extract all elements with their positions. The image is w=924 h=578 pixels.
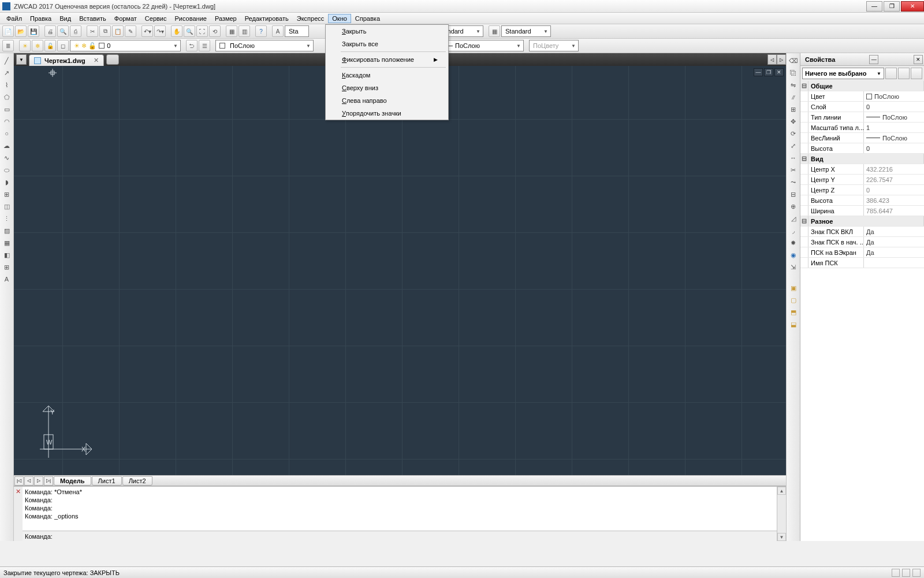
arc-icon[interactable]: ◠ <box>2 116 12 127</box>
menu-item[interactable]: Слева направо <box>326 94 448 107</box>
tab-history-button[interactable]: ▼ <box>16 54 27 65</box>
menu-item[interactable]: Сверху вниз <box>326 81 448 94</box>
ellipse-arc-icon[interactable]: ◗ <box>2 177 12 187</box>
layer-state-icon[interactable]: ☰ <box>199 40 210 51</box>
scroll-down-icon[interactable]: ▼ <box>777 533 786 541</box>
prop-row[interactable]: Тип линииПоСлою <box>800 112 924 123</box>
status-fullscreen-icon[interactable] <box>912 569 921 577</box>
menu-экспресс[interactable]: Экспресс <box>293 14 329 23</box>
prop-row[interactable]: Слой0 <box>800 102 924 112</box>
draworder-under-icon[interactable]: ⬓ <box>788 319 799 329</box>
explode-icon[interactable]: ✸ <box>788 238 799 248</box>
prop-row[interactable]: ВесЛинийПоСлою <box>800 133 924 143</box>
undo-icon[interactable]: ↶▾ <box>141 25 153 37</box>
new-tab-button[interactable] <box>106 54 119 65</box>
close-button[interactable]: ✕ <box>901 1 924 12</box>
layout-nav-next[interactable]: ▷ <box>34 476 43 486</box>
offset-icon[interactable]: ⫽ <box>788 92 799 102</box>
tab-scroll-left[interactable]: ◁ <box>767 54 777 65</box>
menu-правка[interactable]: Правка <box>26 14 55 23</box>
table-icon[interactable]: ⊞ <box>2 262 12 272</box>
toggle-pickadd-icon[interactable] <box>885 68 897 79</box>
prop-row[interactable]: Ширина785.6447 <box>800 206 924 216</box>
color-combo[interactable]: ПоСлою▼ <box>215 40 314 51</box>
extend-icon[interactable]: ⤳ <box>788 177 799 187</box>
prop-row[interactable]: Высота386.423 <box>800 195 924 206</box>
insert-icon[interactable]: ⊞ <box>2 189 12 199</box>
layout-nav-last[interactable]: ▷| <box>44 476 53 486</box>
break-icon[interactable]: ⊟ <box>788 189 799 199</box>
prop-row[interactable]: ПСК на ВЭкранДа <box>800 247 924 258</box>
purge-icon[interactable]: ◉ <box>788 250 799 260</box>
layout-tab-1[interactable]: Лист1 <box>92 476 122 486</box>
move-icon[interactable]: ✥ <box>788 116 799 127</box>
drawing-canvas[interactable]: — ❐ ✕ Y X W <box>14 66 786 475</box>
layer-manager-icon[interactable]: ≣ <box>2 40 14 51</box>
menu-item[interactable]: Закрыть <box>326 25 448 38</box>
stretch-icon[interactable]: ↔ <box>788 153 799 163</box>
prop-collapse-icon[interactable]: ⊟ <box>800 216 808 226</box>
prop-collapse-icon[interactable]: ⊟ <box>800 154 808 164</box>
array-icon[interactable]: ⊞ <box>788 104 799 114</box>
prop-row[interactable]: Знак ПСК ВКЛДа <box>800 227 924 237</box>
help-icon[interactable]: ? <box>255 25 267 37</box>
paste-icon[interactable]: 📋 <box>112 25 124 37</box>
properties-close-icon[interactable]: ✕ <box>914 55 923 64</box>
xline-icon[interactable]: ↗ <box>2 68 12 78</box>
menu-item[interactable]: Упорядочить значки <box>326 107 448 120</box>
spline-icon[interactable]: ∿ <box>2 153 12 163</box>
save-icon[interactable]: 💾 <box>28 25 39 37</box>
layer-combo[interactable]: ☀ ❄ 🔓0▼ <box>70 40 181 51</box>
menu-редактировать[interactable]: Редактировать <box>241 14 293 23</box>
hatch-icon[interactable]: ▨ <box>2 225 12 236</box>
prop-collapse-icon[interactable]: ⊟ <box>800 81 808 91</box>
copy-obj-icon[interactable]: ⿻ <box>788 68 799 78</box>
menu-item[interactable]: Каскадом <box>326 69 448 81</box>
select-objects-icon[interactable] <box>898 68 910 79</box>
draworder-back-icon[interactable]: ▢ <box>788 295 799 305</box>
polygon-icon[interactable]: ⬠ <box>2 92 12 102</box>
circle-icon[interactable]: ○ <box>2 128 12 139</box>
layout-nav-prev[interactable]: ◁ <box>24 476 33 486</box>
menu-файл[interactable]: Файл <box>2 14 26 23</box>
print-icon[interactable]: 🖨 <box>44 25 56 37</box>
menu-формат[interactable]: Формат <box>110 14 141 23</box>
prop-row[interactable]: Масштаб типа л...1 <box>800 123 924 133</box>
tab-scroll-right[interactable]: ▷ <box>777 54 786 65</box>
selection-combo[interactable]: Ничего не выбрано▼ <box>802 68 884 79</box>
layout-tab-2[interactable]: Лист2 <box>122 476 152 486</box>
menu-сервис[interactable]: Сервис <box>141 14 171 23</box>
match-icon[interactable]: ✎ <box>125 25 136 37</box>
point-icon[interactable]: ⋮ <box>2 213 12 224</box>
properties-minimize-icon[interactable]: — <box>869 55 878 64</box>
layout-nav-first[interactable]: |◁ <box>14 476 24 486</box>
zoom-window-icon[interactable]: ⛶ <box>196 25 208 37</box>
properties-icon[interactable]: ▦ <box>226 25 237 37</box>
chamfer-icon[interactable]: ◿ <box>788 213 799 224</box>
tablestyle-combo[interactable]: Standard▼ <box>501 25 551 37</box>
cut-icon[interactable]: ✂ <box>87 25 98 37</box>
new-icon[interactable]: 📄 <box>2 25 14 37</box>
scroll-up-icon[interactable]: ▲ <box>777 487 786 495</box>
status-settings-icon[interactable] <box>892 569 900 577</box>
status-tray-icon[interactable] <box>902 569 910 577</box>
ellipse-icon[interactable]: ⬭ <box>2 165 12 175</box>
file-tab[interactable]: Чертеж1.dwg ✕ <box>29 54 104 66</box>
tablestyle-icon[interactable]: ▦ <box>489 25 500 37</box>
menu-вид[interactable]: Вид <box>55 14 75 23</box>
minimize-button[interactable]: — <box>866 1 882 12</box>
gradient-icon[interactable]: ▦ <box>2 238 12 248</box>
open-icon[interactable]: 📂 <box>15 25 27 37</box>
textstyle-icon[interactable]: A <box>272 25 284 37</box>
menu-item[interactable]: Закрыть все <box>326 38 448 50</box>
doc-restore-icon[interactable]: ❐ <box>764 68 773 76</box>
layer-color-icon[interactable]: ◻ <box>57 40 69 51</box>
prop-row[interactable]: Знак ПСК в нач. ...Да <box>800 237 924 247</box>
textstyle-combo-partial[interactable]: Sta <box>285 25 309 37</box>
revcloud-icon[interactable]: ☁ <box>2 140 12 151</box>
layer-freeze-icon[interactable]: ❄ <box>32 40 43 51</box>
fillet-icon[interactable]: ◞ <box>788 225 799 236</box>
copy-icon[interactable]: ⧉ <box>99 25 111 37</box>
prop-row[interactable]: Центр Z0 <box>800 185 924 195</box>
zoom-prev-icon[interactable]: ⟲ <box>209 25 221 37</box>
